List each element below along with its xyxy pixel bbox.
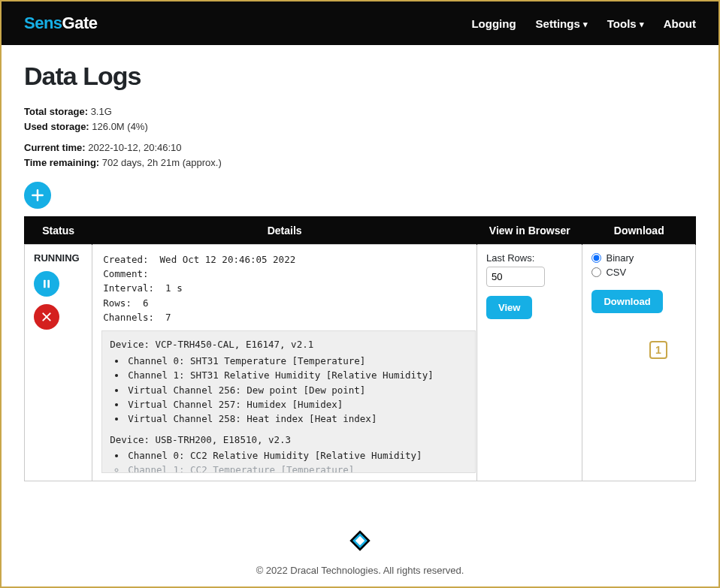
page-title: Data Logs xyxy=(24,62,696,91)
radio-csv-label: CSV xyxy=(606,267,626,278)
channels-value: 7 xyxy=(165,312,171,323)
created-label: Created: xyxy=(103,254,148,265)
channel-item: Channel 0: CC2 Relative Humidity [Relati… xyxy=(126,448,467,463)
channel-item: Channel 1: CC2 Temperature [Temperature] xyxy=(126,463,467,473)
rows-value: 6 xyxy=(143,297,149,309)
created-value: Wed Oct 12 20:46:05 2022 xyxy=(160,254,296,265)
time-remaining-value: 702 days, 2h 21m (approx.) xyxy=(102,157,222,168)
col-status: Status xyxy=(25,216,92,244)
status-label: RUNNING xyxy=(34,252,83,264)
total-storage-value: 3.1G xyxy=(91,106,112,117)
nav-settings[interactable]: Settings▾ xyxy=(536,17,588,30)
nav-tools-label: Tools xyxy=(607,17,637,30)
channel-item: Channel 1: SHT31 Relative Humidity [Rela… xyxy=(126,368,467,382)
col-view: View in Browser xyxy=(477,216,582,244)
comment-label: Comment: xyxy=(103,268,148,279)
pause-button[interactable] xyxy=(34,271,59,297)
radio-csv[interactable] xyxy=(591,267,601,277)
delete-button[interactable] xyxy=(34,304,59,330)
used-storage-value: 126.0M (4%) xyxy=(92,121,147,132)
channel-item: Channel 0: SHT31 Temperature [Temperatur… xyxy=(126,354,467,368)
logs-table: Status Details View in Browser Download … xyxy=(24,216,696,482)
nav-logging[interactable]: Logging xyxy=(471,17,516,30)
brand-logo: SensGate xyxy=(24,14,98,33)
svg-rect-0 xyxy=(44,279,46,288)
close-icon xyxy=(41,311,53,323)
last-rows-label: Last Rows: xyxy=(486,252,573,264)
nav-about-label: About xyxy=(664,17,696,30)
footer-logo-icon xyxy=(343,524,377,557)
current-time-label: Current time: xyxy=(24,142,86,153)
device-header: Device: USB-TRH200, E18510, v2.3 xyxy=(110,433,467,447)
pause-icon xyxy=(41,278,53,290)
time-remaining-label: Time remaining: xyxy=(24,157,99,168)
rows-label: Rows: xyxy=(103,297,132,309)
view-button[interactable]: View xyxy=(486,296,532,319)
brand-part-b: Gate xyxy=(62,14,98,32)
channel-list: Channel 0: SHT31 Temperature [Temperatur… xyxy=(126,354,467,427)
time-info: Current time: 2022-10-12, 20:46:10 Time … xyxy=(24,140,696,170)
channels-label: Channels: xyxy=(103,312,154,323)
nav-settings-label: Settings xyxy=(536,17,580,30)
details-cell: Created: Wed Oct 12 20:46:05 2022 Commen… xyxy=(92,244,477,481)
footer-copyright: © 2022 Dracal Technologies. All rights r… xyxy=(2,565,718,576)
chevron-down-icon: ▾ xyxy=(583,20,588,29)
radio-binary[interactable] xyxy=(591,253,601,263)
log-row: RUNNING Created: Wed Oct 12 20:46:05 202… xyxy=(25,244,696,481)
interval-value: 1 s xyxy=(165,282,183,294)
footer: © 2022 Dracal Technologies. All rights r… xyxy=(2,524,718,576)
current-time-value: 2022-10-12, 20:46:10 xyxy=(88,142,181,153)
channel-item: Virtual Channel 257: Humidex [Humidex] xyxy=(126,397,467,412)
storage-info: Total storage: 3.1G Used storage: 126.0M… xyxy=(24,104,696,134)
navbar: SensGate Logging Settings▾ Tools▾ About xyxy=(2,2,718,45)
device-header: Device: VCP-TRH450-CAL, E16147, v2.1 xyxy=(110,337,467,351)
used-storage-label: Used storage: xyxy=(24,121,89,132)
interval-label: Interval: xyxy=(103,282,154,294)
nav-tools[interactable]: Tools▾ xyxy=(607,17,644,30)
channel-list: Channel 0: CC2 Relative Humidity [Relati… xyxy=(126,448,467,473)
detail-summary: Created: Wed Oct 12 20:46:05 2022 Commen… xyxy=(101,252,467,331)
nav-links: Logging Settings▾ Tools▾ About xyxy=(471,17,696,30)
last-rows-input[interactable] xyxy=(486,267,545,287)
view-cell: Last Rows: View xyxy=(477,244,582,481)
main-content: Data Logs Total storage: 3.1G Used stora… xyxy=(2,45,718,481)
channel-listing[interactable]: Device: VCP-TRH450-CAL, E16147, v2.1Chan… xyxy=(101,330,476,473)
download-button[interactable]: Download xyxy=(591,290,662,313)
nav-logging-label: Logging xyxy=(471,17,516,30)
channel-item: Virtual Channel 256: Dew point [Dew poin… xyxy=(126,383,467,397)
col-download: Download xyxy=(582,216,696,244)
radio-binary-label: Binary xyxy=(606,252,634,264)
chevron-down-icon: ▾ xyxy=(640,20,644,29)
nav-about[interactable]: About xyxy=(664,17,696,30)
download-cell: Binary CSV Download xyxy=(582,244,696,481)
annotation-callout-1: 1 xyxy=(649,341,667,359)
channel-item: Virtual Channel 258: Heat index [Heat in… xyxy=(126,412,467,426)
brand-part-a: Sens xyxy=(24,14,62,32)
add-log-button[interactable] xyxy=(24,182,51,209)
plus-icon xyxy=(30,188,45,203)
col-details: Details xyxy=(92,216,477,244)
status-cell: RUNNING xyxy=(25,244,92,481)
svg-rect-1 xyxy=(47,279,50,288)
total-storage-label: Total storage: xyxy=(24,106,88,117)
